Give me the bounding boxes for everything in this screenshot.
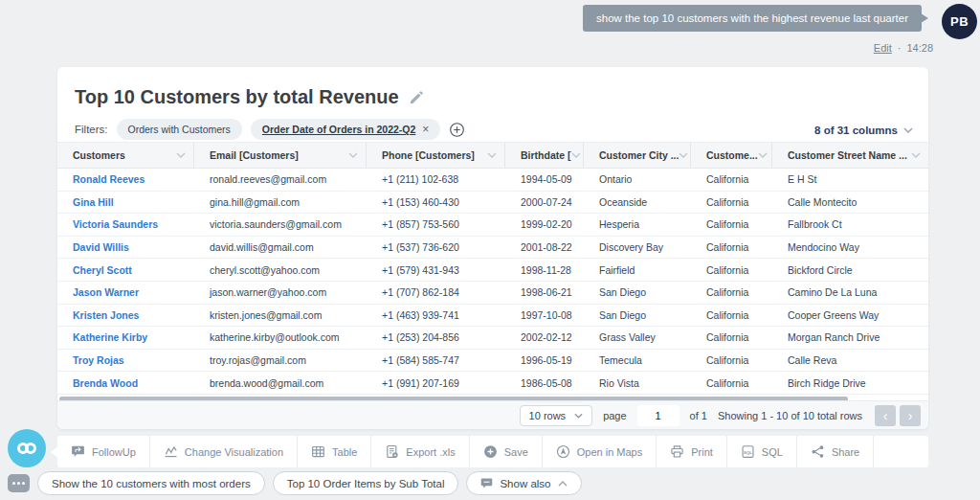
table-cell: California	[691, 264, 772, 276]
table-cell: California	[691, 196, 772, 208]
table-cell: Calle Reva	[772, 354, 928, 366]
customer-link[interactable]: Kristen Jones	[73, 309, 139, 321]
column-header-label: Birthdate [	[521, 149, 571, 161]
filter-pill-orders-with-customers[interactable]: Orders with Customers	[117, 119, 242, 140]
column-header[interactable]: Customers	[57, 143, 194, 168]
table-cell: San Diego	[584, 286, 691, 298]
column-header[interactable]: Birthdate [	[505, 143, 584, 168]
followup-button[interactable]: FollowUp	[57, 436, 150, 467]
table-row: Troy Rojastroy.rojas@gmail.com+1 (584) 5…	[57, 350, 928, 373]
customer-link[interactable]: Katherine Kirby	[73, 331, 147, 343]
customer-cell: Cheryl Scott	[57, 264, 194, 276]
customer-link[interactable]: Jason Warner	[73, 286, 139, 298]
svg-text:SQL: SQL	[744, 450, 752, 455]
customer-link[interactable]: Ronald Reeves	[73, 173, 145, 185]
column-header[interactable]: Customer City ...	[584, 143, 691, 168]
show-also-button[interactable]: Show also	[466, 471, 581, 495]
table-cell: San Diego	[584, 309, 691, 321]
customer-link[interactable]: Victoria Saunders	[73, 218, 158, 230]
export-xls-button[interactable]: Export .xls	[371, 436, 469, 467]
page-label: page	[603, 410, 626, 421]
chevron-up-icon	[558, 481, 568, 487]
share-button[interactable]: Share	[797, 436, 874, 467]
sql-icon: SQL	[741, 444, 755, 459]
chevron-down-icon[interactable]	[571, 152, 581, 158]
followup-icon	[71, 444, 85, 459]
table-row: Katherine Kirbykatherine.kirby@outlook.c…	[57, 327, 928, 350]
table-cell: troy.rojas@gmail.com	[194, 354, 367, 366]
message-timestamp: 14:28	[906, 42, 933, 54]
customer-link[interactable]: Cheryl Scott	[73, 264, 132, 276]
suggestion-chip-order-items[interactable]: Top 10 Order Items by Sub Total	[273, 471, 459, 495]
change-visualization-button[interactable]: Change Visualization	[150, 436, 298, 467]
remove-filter-icon[interactable]: ×	[422, 124, 429, 135]
column-header[interactable]: Email [Customers]	[194, 143, 367, 168]
table-row: Jason Warnerjason.warner@yahoo.com+1 (70…	[57, 282, 928, 305]
edit-message-link[interactable]: Edit	[874, 42, 892, 54]
customer-link[interactable]: Troy Rojas	[73, 354, 124, 366]
toolbar-label: Export .xls	[406, 446, 455, 458]
table-cell: Rio Vista	[584, 377, 691, 389]
add-filter-button[interactable]	[449, 122, 465, 138]
chevron-down-icon[interactable]	[487, 152, 497, 158]
columns-selector[interactable]: 8 of 31 columns	[814, 125, 913, 136]
chat-dots-icon[interactable]	[8, 474, 30, 492]
table-cell: +1 (153) 460-430	[367, 196, 505, 208]
customer-cell: Katherine Kirby	[57, 331, 194, 343]
meta-separator: ·	[898, 42, 902, 54]
chevron-down-icon[interactable]	[348, 152, 358, 158]
column-header-label: Customer City ...	[599, 149, 679, 161]
customer-cell: David Willis	[57, 241, 194, 253]
next-page-button[interactable]: ›	[900, 405, 921, 426]
column-header[interactable]: Custome...	[691, 143, 772, 168]
table-cell: California	[691, 331, 772, 343]
table-cell: Oceanside	[584, 196, 691, 208]
pagination-bar: 10 rows page of 1 Showing 1 - 10 of 10 t…	[57, 400, 928, 429]
table-cell: Ontario	[584, 173, 691, 185]
page-number-input[interactable]	[637, 405, 679, 426]
table-cell: victoria.saunders@gmail.com	[194, 218, 367, 230]
table-cell: 2002-02-12	[505, 331, 584, 343]
table-cell: California	[691, 218, 772, 230]
column-header[interactable]: Customer Street Name ...	[772, 143, 928, 168]
rows-per-page-select[interactable]: 10 rows	[520, 405, 593, 426]
toolbar-label: Print	[691, 446, 713, 458]
table-cell: +1 (584) 585-747	[367, 354, 505, 366]
suggestion-chip-most-orders[interactable]: Show the 10 customers with most orders	[37, 471, 265, 495]
column-header-label: Email [Customers]	[210, 149, 299, 161]
table-cell: jason.warner@yahoo.com	[194, 286, 367, 298]
chevron-down-icon[interactable]	[911, 152, 921, 158]
table-cell: 1998-06-21	[505, 286, 584, 298]
prev-page-button[interactable]: ‹	[875, 405, 896, 426]
customer-link[interactable]: David Willis	[73, 241, 129, 253]
open-in-maps-button[interactable]: Open in Maps	[543, 436, 657, 467]
customer-cell: Gina Hill	[57, 196, 194, 208]
customer-link[interactable]: Gina Hill	[73, 196, 114, 208]
sql-button[interactable]: SQLSQL	[727, 436, 797, 467]
filter-pill-order-date[interactable]: Order Date of Orders in 2022-Q2 ×	[251, 119, 441, 140]
table-row: Brenda Woodbrenda.wood@gmail.com+1 (991)…	[57, 372, 928, 395]
customer-cell: Kristen Jones	[57, 309, 194, 321]
table-button[interactable]: Table	[298, 436, 371, 467]
edit-title-pencil-icon[interactable]	[409, 90, 424, 105]
table-cell: Temecula	[584, 354, 691, 366]
table-cell: 1994-05-09	[505, 173, 584, 185]
print-button[interactable]: Print	[657, 436, 727, 467]
column-header[interactable]: Phone [Customers]	[367, 143, 505, 168]
table-cell: California	[691, 173, 772, 185]
table-cell: California	[691, 354, 772, 366]
avatar-initials: PB	[950, 14, 969, 29]
table-cell: +1 (707) 862-184	[367, 286, 505, 298]
table-cell: +1 (991) 207-169	[367, 377, 505, 389]
toolbar-label: Save	[504, 446, 528, 458]
chevron-down-icon[interactable]	[176, 152, 186, 158]
save-button[interactable]: Save	[470, 436, 543, 467]
chevron-down-icon[interactable]	[758, 152, 768, 158]
customer-link[interactable]: Brenda Wood	[73, 377, 138, 389]
table-cell: Calle Montecito	[772, 196, 928, 208]
table-cell: gina.hill@gmail.com	[194, 196, 367, 208]
chevron-down-icon[interactable]	[679, 152, 688, 158]
toolbar-label: Change Visualization	[185, 446, 283, 458]
table-row: David Willisdavid.willis@gmail.com+1 (53…	[57, 237, 928, 260]
table-cell: kristen.jones@gmail.com	[194, 309, 367, 321]
